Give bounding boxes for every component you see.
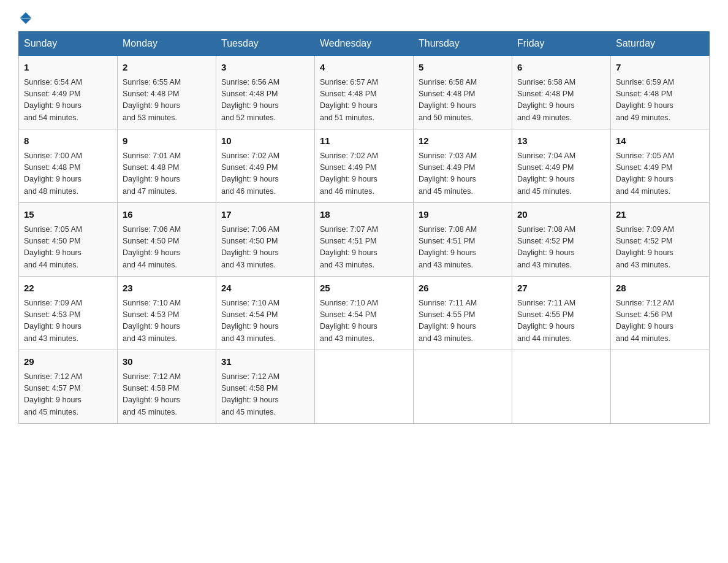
calendar-cell: 26Sunrise: 7:11 AMSunset: 4:55 PMDayligh… — [414, 277, 512, 350]
day-number: 3 — [221, 61, 309, 75]
calendar-cell: 15Sunrise: 7:05 AMSunset: 4:50 PMDayligh… — [19, 203, 118, 277]
calendar-cell: 28Sunrise: 7:12 AMSunset: 4:56 PMDayligh… — [611, 277, 710, 350]
day-number: 23 — [123, 282, 211, 296]
day-info: Sunrise: 7:09 AMSunset: 4:52 PMDaylight:… — [616, 224, 704, 272]
week-row-1: 1Sunrise: 6:54 AMSunset: 4:49 PMDaylight… — [19, 56, 710, 129]
day-info: Sunrise: 7:03 AMSunset: 4:49 PMDaylight:… — [419, 150, 507, 198]
day-number: 20 — [517, 208, 605, 222]
day-info: Sunrise: 7:10 AMSunset: 4:53 PMDaylight:… — [123, 297, 211, 345]
calendar-cell: 21Sunrise: 7:09 AMSunset: 4:52 PMDayligh… — [611, 203, 710, 277]
day-info: Sunrise: 6:58 AMSunset: 4:48 PMDaylight:… — [419, 77, 507, 124]
calendar-cell: 3Sunrise: 6:56 AMSunset: 4:48 PMDaylight… — [216, 56, 315, 129]
calendar-cell: 12Sunrise: 7:03 AMSunset: 4:49 PMDayligh… — [414, 129, 512, 203]
weekday-header-saturday: Saturday — [611, 32, 710, 56]
day-number: 4 — [320, 61, 408, 75]
day-info: Sunrise: 6:55 AMSunset: 4:48 PMDaylight:… — [123, 77, 211, 124]
calendar-cell: 1Sunrise: 6:54 AMSunset: 4:49 PMDaylight… — [19, 56, 118, 129]
calendar-cell: 24Sunrise: 7:10 AMSunset: 4:54 PMDayligh… — [216, 277, 315, 350]
day-info: Sunrise: 7:11 AMSunset: 4:55 PMDaylight:… — [419, 297, 507, 345]
calendar-cell: 7Sunrise: 6:59 AMSunset: 4:48 PMDaylight… — [611, 56, 710, 129]
day-info: Sunrise: 7:06 AMSunset: 4:50 PMDaylight:… — [221, 224, 309, 272]
calendar-cell: 6Sunrise: 6:58 AMSunset: 4:48 PMDaylight… — [512, 56, 611, 129]
week-row-4: 22Sunrise: 7:09 AMSunset: 4:53 PMDayligh… — [19, 277, 710, 350]
calendar-cell: 31Sunrise: 7:12 AMSunset: 4:58 PMDayligh… — [216, 350, 315, 424]
calendar-cell: 22Sunrise: 7:09 AMSunset: 4:53 PMDayligh… — [19, 277, 118, 350]
day-info: Sunrise: 6:57 AMSunset: 4:48 PMDaylight:… — [320, 77, 408, 124]
calendar-cell — [414, 350, 512, 424]
day-info: Sunrise: 7:10 AMSunset: 4:54 PMDaylight:… — [221, 297, 309, 345]
day-number: 13 — [517, 134, 605, 148]
calendar-cell: 27Sunrise: 7:11 AMSunset: 4:55 PMDayligh… — [512, 277, 611, 350]
day-info: Sunrise: 7:10 AMSunset: 4:54 PMDaylight:… — [320, 297, 408, 345]
calendar-cell: 20Sunrise: 7:08 AMSunset: 4:52 PMDayligh… — [512, 203, 611, 277]
calendar-cell: 19Sunrise: 7:08 AMSunset: 4:51 PMDayligh… — [414, 203, 512, 277]
day-info: Sunrise: 7:12 AMSunset: 4:57 PMDaylight:… — [24, 371, 112, 419]
day-info: Sunrise: 7:07 AMSunset: 4:51 PMDaylight:… — [320, 224, 408, 272]
day-number: 5 — [419, 61, 507, 75]
day-info: Sunrise: 7:05 AMSunset: 4:50 PMDaylight:… — [24, 224, 112, 272]
day-number: 12 — [419, 134, 507, 148]
day-info: Sunrise: 7:12 AMSunset: 4:58 PMDaylight:… — [221, 371, 309, 419]
day-info: Sunrise: 7:06 AMSunset: 4:50 PMDaylight:… — [123, 224, 211, 272]
day-info: Sunrise: 7:02 AMSunset: 4:49 PMDaylight:… — [221, 150, 309, 198]
day-number: 24 — [221, 282, 309, 296]
day-number: 9 — [123, 134, 211, 148]
day-number: 19 — [419, 208, 507, 222]
calendar-cell: 11Sunrise: 7:02 AMSunset: 4:49 PMDayligh… — [315, 129, 414, 203]
calendar-cell: 10Sunrise: 7:02 AMSunset: 4:49 PMDayligh… — [216, 129, 315, 203]
day-info: Sunrise: 7:05 AMSunset: 4:49 PMDaylight:… — [616, 150, 704, 198]
calendar-cell: 23Sunrise: 7:10 AMSunset: 4:53 PMDayligh… — [118, 277, 216, 350]
day-number: 30 — [123, 355, 211, 369]
calendar-body: 1Sunrise: 6:54 AMSunset: 4:49 PMDaylight… — [19, 56, 710, 424]
day-number: 17 — [221, 208, 309, 222]
day-info: Sunrise: 7:00 AMSunset: 4:48 PMDaylight:… — [24, 150, 112, 198]
calendar-cell — [315, 350, 414, 424]
weekday-header-sunday: Sunday — [19, 32, 118, 56]
day-number: 26 — [419, 282, 507, 296]
day-info: Sunrise: 6:56 AMSunset: 4:48 PMDaylight:… — [221, 77, 309, 124]
calendar-cell: 13Sunrise: 7:04 AMSunset: 4:49 PMDayligh… — [512, 129, 611, 203]
day-number: 16 — [123, 208, 211, 222]
day-number: 2 — [123, 61, 211, 75]
weekday-header-friday: Friday — [512, 32, 611, 56]
day-number: 25 — [320, 282, 408, 296]
calendar-cell: 30Sunrise: 7:12 AMSunset: 4:58 PMDayligh… — [118, 350, 216, 424]
calendar-cell — [611, 350, 710, 424]
calendar-cell: 5Sunrise: 6:58 AMSunset: 4:48 PMDaylight… — [414, 56, 512, 129]
calendar-cell: 8Sunrise: 7:00 AMSunset: 4:48 PMDaylight… — [19, 129, 118, 203]
day-info: Sunrise: 7:12 AMSunset: 4:58 PMDaylight:… — [123, 371, 211, 419]
calendar-cell — [512, 350, 611, 424]
calendar-table: SundayMondayTuesdayWednesdayThursdayFrid… — [18, 31, 710, 424]
page-header — [18, 12, 710, 20]
calendar-cell: 16Sunrise: 7:06 AMSunset: 4:50 PMDayligh… — [118, 203, 216, 277]
day-number: 22 — [24, 282, 112, 296]
weekday-header-wednesday: Wednesday — [315, 32, 414, 56]
week-row-2: 8Sunrise: 7:00 AMSunset: 4:48 PMDaylight… — [19, 129, 710, 203]
day-number: 29 — [24, 355, 112, 369]
day-number: 14 — [616, 134, 704, 148]
day-number: 7 — [616, 61, 704, 75]
calendar-header: SundayMondayTuesdayWednesdayThursdayFrid… — [19, 32, 710, 56]
calendar-cell: 9Sunrise: 7:01 AMSunset: 4:48 PMDaylight… — [118, 129, 216, 203]
day-info: Sunrise: 7:01 AMSunset: 4:48 PMDaylight:… — [123, 150, 211, 198]
logo — [18, 12, 32, 20]
day-number: 15 — [24, 208, 112, 222]
weekday-header-monday: Monday — [118, 32, 216, 56]
day-info: Sunrise: 7:12 AMSunset: 4:56 PMDaylight:… — [616, 297, 704, 345]
day-number: 10 — [221, 134, 309, 148]
calendar-cell: 29Sunrise: 7:12 AMSunset: 4:57 PMDayligh… — [19, 350, 118, 424]
weekday-row: SundayMondayTuesdayWednesdayThursdayFrid… — [19, 32, 710, 56]
day-info: Sunrise: 7:04 AMSunset: 4:49 PMDaylight:… — [517, 150, 605, 198]
day-number: 6 — [517, 61, 605, 75]
day-info: Sunrise: 7:09 AMSunset: 4:53 PMDaylight:… — [24, 297, 112, 345]
day-info: Sunrise: 7:11 AMSunset: 4:55 PMDaylight:… — [517, 297, 605, 345]
day-number: 31 — [221, 355, 309, 369]
weekday-header-thursday: Thursday — [414, 32, 512, 56]
calendar-cell: 4Sunrise: 6:57 AMSunset: 4:48 PMDaylight… — [315, 56, 414, 129]
day-number: 1 — [24, 61, 112, 75]
calendar-cell: 25Sunrise: 7:10 AMSunset: 4:54 PMDayligh… — [315, 277, 414, 350]
week-row-3: 15Sunrise: 7:05 AMSunset: 4:50 PMDayligh… — [19, 203, 710, 277]
day-number: 18 — [320, 208, 408, 222]
day-number: 11 — [320, 134, 408, 148]
day-info: Sunrise: 6:59 AMSunset: 4:48 PMDaylight:… — [616, 77, 704, 124]
